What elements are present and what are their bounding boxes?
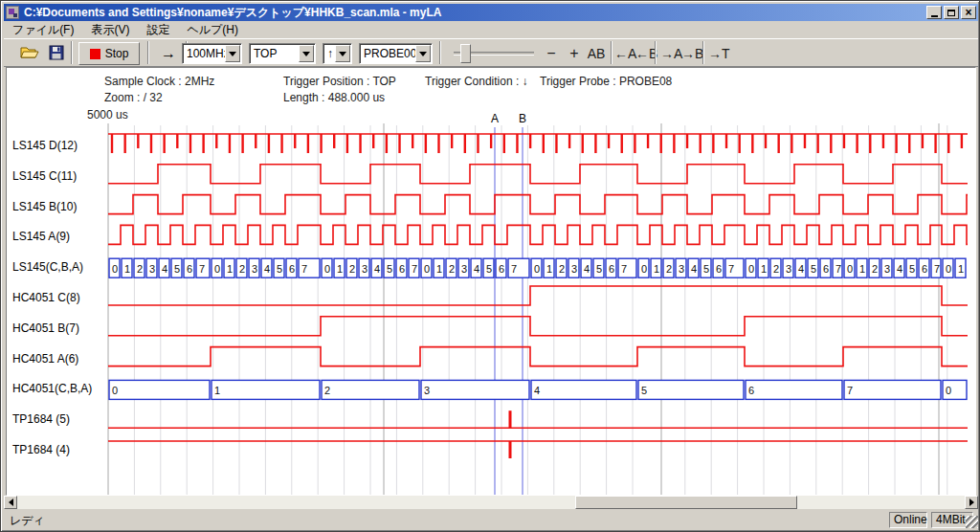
svg-text:3: 3	[786, 263, 791, 275]
arrow-right-icon	[969, 499, 974, 506]
svg-text:1: 1	[546, 263, 552, 275]
status-bar: レディ Online 4MBit	[4, 511, 978, 529]
signal-label: LS145(C,B,A)	[12, 260, 83, 274]
svg-text:2: 2	[449, 263, 455, 275]
svg-text:2: 2	[239, 263, 245, 275]
svg-text:5: 5	[387, 263, 392, 275]
svg-text:1: 1	[227, 263, 233, 275]
cursor-a-label[interactable]: A	[489, 112, 501, 125]
svg-text:1: 1	[859, 263, 865, 275]
svg-text:4: 4	[798, 263, 804, 275]
svg-text:2: 2	[872, 263, 878, 275]
signal-label: TP1684 (4)	[12, 443, 70, 456]
scroll-right-button[interactable]	[965, 496, 978, 509]
svg-text:0: 0	[424, 263, 430, 275]
svg-text:6: 6	[289, 263, 295, 275]
svg-text:2: 2	[666, 263, 672, 275]
svg-text:5: 5	[486, 263, 492, 275]
svg-text:0: 0	[748, 263, 754, 275]
info-trigger-probe: Trigger Probe : PROBE08	[540, 75, 672, 88]
svg-text:2: 2	[773, 263, 779, 275]
arrow-left-icon	[9, 499, 13, 506]
svg-text:1: 1	[337, 263, 343, 275]
svg-text:2: 2	[137, 263, 143, 275]
svg-text:7: 7	[835, 263, 841, 275]
svg-text:7: 7	[934, 263, 940, 275]
svg-text:3: 3	[149, 263, 155, 275]
svg-text:5: 5	[277, 263, 282, 275]
svg-text:5: 5	[811, 263, 816, 275]
svg-text:7: 7	[728, 263, 734, 275]
resize-grip[interactable]	[966, 516, 978, 528]
svg-text:3: 3	[571, 263, 577, 275]
svg-text:4: 4	[374, 263, 380, 275]
svg-text:7: 7	[412, 263, 417, 275]
horizontal-scrollbar[interactable]	[4, 496, 978, 509]
svg-text:0: 0	[112, 385, 118, 396]
info-trigger-position: Trigger Position : TOP	[283, 75, 396, 88]
info-sample-clock: Sample Clock : 2MHz	[104, 75, 214, 88]
signal-label: HC4051 B(7)	[12, 321, 79, 335]
svg-text:6: 6	[922, 263, 927, 275]
signal-label: LS145 B(10)	[12, 200, 77, 213]
svg-text:7: 7	[199, 263, 205, 275]
svg-text:4: 4	[691, 263, 697, 275]
info-length: Length : 488.000 us	[283, 91, 385, 104]
svg-text:3: 3	[884, 263, 890, 275]
signal-label: LS145 A(9)	[12, 230, 70, 243]
svg-text:5: 5	[703, 263, 709, 275]
svg-text:6: 6	[187, 263, 192, 275]
signal-label: HC4051 A(6)	[12, 352, 78, 366]
svg-text:2: 2	[324, 385, 330, 396]
svg-text:1: 1	[761, 263, 767, 275]
svg-text:7: 7	[621, 263, 627, 275]
svg-text:7: 7	[511, 263, 517, 275]
signal-label: TP1684 (5)	[12, 412, 70, 426]
svg-text:0: 0	[112, 263, 118, 275]
timeline-scale-label: 5000 us	[87, 108, 128, 122]
svg-text:0: 0	[946, 263, 951, 275]
svg-text:7: 7	[847, 385, 853, 396]
svg-text:6: 6	[823, 263, 829, 275]
svg-text:4: 4	[897, 263, 902, 275]
svg-text:3: 3	[252, 263, 257, 275]
svg-text:5: 5	[174, 263, 180, 275]
svg-text:6: 6	[748, 385, 754, 396]
svg-text:4: 4	[584, 263, 590, 275]
svg-text:1: 1	[214, 385, 220, 396]
svg-text:4: 4	[534, 385, 540, 396]
svg-text:4: 4	[474, 263, 479, 275]
svg-text:5: 5	[596, 263, 602, 275]
app-window: C:¥Documents and Settings¥noname¥デスクトップ¥…	[0, 0, 980, 532]
status-message: レディ	[10, 513, 45, 529]
info-trigger-condition: Trigger Condition : ↓	[425, 75, 528, 88]
scroll-left-button[interactable]	[4, 496, 17, 509]
svg-text:6: 6	[716, 263, 722, 275]
svg-text:6: 6	[399, 263, 405, 275]
svg-text:0: 0	[324, 263, 330, 275]
svg-text:1: 1	[654, 263, 659, 275]
svg-text:1: 1	[958, 263, 964, 275]
svg-text:3: 3	[461, 263, 467, 275]
svg-text:6: 6	[609, 263, 614, 275]
svg-text:4: 4	[264, 263, 270, 275]
svg-text:3: 3	[679, 263, 684, 275]
status-online-badge: Online	[889, 512, 927, 528]
svg-text:1: 1	[124, 263, 130, 275]
scrollbar-thumb[interactable]	[575, 496, 797, 509]
svg-text:4: 4	[162, 263, 167, 275]
svg-text:5: 5	[641, 385, 647, 396]
svg-text:0: 0	[847, 263, 853, 275]
svg-text:2: 2	[559, 263, 565, 275]
svg-text:5: 5	[909, 263, 915, 275]
svg-text:6: 6	[499, 263, 504, 275]
info-zoom: Zoom : / 32	[104, 91, 163, 104]
svg-text:7: 7	[301, 263, 307, 275]
svg-text:2: 2	[349, 263, 355, 275]
svg-text:0: 0	[946, 385, 951, 396]
svg-text:3: 3	[424, 385, 430, 396]
svg-text:1: 1	[436, 263, 442, 275]
cursor-b-label[interactable]: B	[517, 112, 528, 125]
svg-text:0: 0	[534, 263, 540, 275]
signal-label: HC4051 C(8)	[12, 291, 80, 304]
